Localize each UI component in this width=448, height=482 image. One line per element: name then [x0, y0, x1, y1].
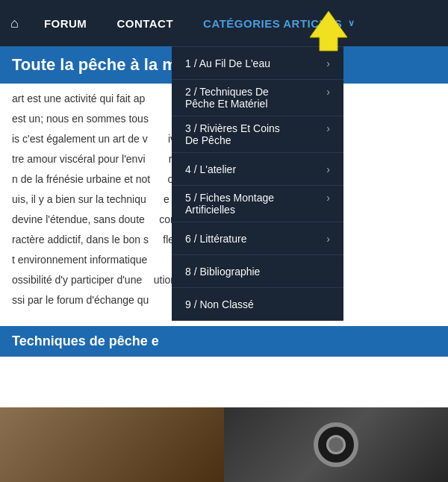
dropdown-item-label: 2 / Techniques De [185, 86, 269, 98]
dropdown-item-line2: Artificielles [185, 204, 235, 216]
dropdown-item[interactable]: 4 / L'atelier › [172, 153, 343, 186]
dropdown-item[interactable]: 8 / Bibliographie [172, 255, 343, 288]
svg-marker-0 [310, 11, 347, 51]
home-button[interactable]: ⌂ [0, 16, 29, 31]
bottom-image-left [0, 407, 224, 482]
dropdown-item[interactable]: 5 / Fiches Montage › Artificielles [172, 186, 343, 222]
dropdown-item[interactable]: 9 / Non Classé [172, 288, 343, 321]
chevron-right-icon: › [326, 122, 330, 134]
chevron-right-icon: › [326, 233, 330, 245]
dropdown-item-label: 1 / Au Fil De L'eau [185, 57, 270, 69]
dropdown-item-label: 3 / Rivières Et Coins [185, 122, 280, 134]
chevron-right-icon: › [326, 192, 330, 204]
arrow-svg [306, 7, 351, 52]
dropdown-item-label: 5 / Fiches Montage [185, 192, 274, 204]
arrow-indicator [306, 7, 351, 55]
dropdown-item-label: 9 / Non Classé [185, 298, 254, 310]
fishing-reel [314, 422, 358, 467]
dropdown-item[interactable]: 3 / Rivières Et Coins › De Pêche [172, 116, 343, 153]
section2-title: Techniques de pêche e [12, 334, 436, 349]
bottom-images [0, 407, 448, 482]
dropdown-item-line2: Pêche Et Matériel [185, 98, 268, 110]
dropdown-item-label: 4 / L'atelier [185, 163, 236, 175]
chevron-right-icon: › [326, 86, 330, 98]
contact-nav-item[interactable]: CONTACT [102, 0, 188, 46]
dropdown-item[interactable]: 2 / Techniques De › Pêche Et Matériel [172, 80, 343, 116]
chevron-right-icon: › [326, 163, 330, 175]
chevron-right-icon: › [326, 57, 330, 69]
dropdown-menu: 1 / Au Fil De L'eau › 2 / Techniques De … [172, 46, 343, 321]
navbar: ⌂ FORUM CONTACT CATÉGORIES ARTICLES ∨ [0, 0, 448, 46]
dropdown-item-label: 6 / Littérature [185, 233, 247, 245]
dropdown-item[interactable]: 6 / Littérature › [172, 222, 343, 255]
dropdown-item-line2: De Pêche [185, 134, 231, 146]
forum-nav-item[interactable]: FORUM [29, 0, 102, 46]
bottom-image-right [224, 407, 448, 482]
section2-heading: Techniques de pêche e [0, 326, 448, 357]
dropdown-item-label: 8 / Bibliographie [185, 266, 260, 278]
